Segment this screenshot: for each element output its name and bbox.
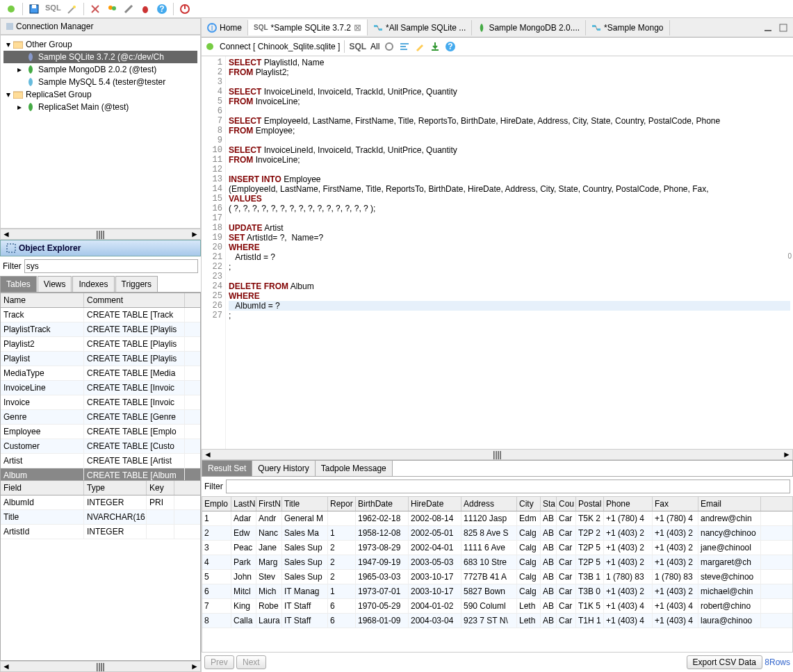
table-row[interactable]: TrackCREATE TABLE [Track [1,308,200,322]
h-scroll[interactable]: ◄||||► [0,229,201,240]
result-tabs: Result SetQuery HistoryTadpole Message [202,460,793,477]
table-row[interactable]: CustomerCREATE TABLE [Custo [1,439,200,454]
result-row[interactable]: 2EdwNancSales Ma11958-12-082002-05-01825… [202,526,792,541]
svg-rect-21 [597,28,600,31]
svg-rect-23 [765,30,771,31]
save-icon[interactable] [28,3,40,15]
h-scroll[interactable]: ◄||||► [0,661,201,672]
connect-icon[interactable] [204,41,215,52]
table-row[interactable]: InvoiceLineCREATE TABLE [Invoic [1,381,200,395]
svg-text:i: i [211,23,213,33]
h-scroll[interactable]: ◄||||► [202,449,793,460]
bug-icon[interactable] [140,3,151,15]
table-row[interactable]: ArtistCREATE TABLE [Artist [1,454,200,468]
tree-group[interactable]: ▾ ReplicaSet Group [3,88,197,101]
separator [173,3,174,15]
svg-text:?: ? [159,4,164,14]
svg-line-19 [377,26,379,30]
connection-tree[interactable]: ▾ Other Group Sample SQLite 3.7.2 (@c:/d… [0,35,201,229]
tree-group[interactable]: ▾ Other Group [3,38,197,51]
result-row[interactable]: 4ParkMargSales Sup21947-09-192003-05-036… [202,555,792,570]
all-label[interactable]: All [370,42,379,51]
oe-tabs: TablesViewsIndexesTriggers [0,276,201,293]
table-row[interactable]: Playlist2CREATE TABLE [Playlis [1,337,200,352]
table-row[interactable]: GenreCREATE TABLE [Genre [1,410,200,425]
table-row[interactable]: AlbumIdINTEGERPRI [1,495,200,510]
tree-item[interactable]: ▸ ReplicaSet Main (@test) [3,101,197,113]
tree-item[interactable]: Sample SQLite 3.7.2 (@c:/dev/Ch [3,51,197,63]
users-icon[interactable] [106,3,117,15]
svg-rect-12 [13,42,23,49]
connect-icon[interactable] [6,3,17,15]
tree-item[interactable]: Sample MySQL 5.4 (tester@tester [3,76,197,88]
result-row[interactable]: 8CallaLauraIT Staff61968-01-092004-03-04… [202,614,792,628]
result-tab[interactable]: Query History [252,461,315,476]
magic-icon[interactable] [67,3,78,15]
result-row[interactable]: 1AdarAndrGeneral M1962-02-182002-08-1411… [202,511,792,526]
minimize-icon[interactable] [762,22,774,33]
tables-grid[interactable]: NameComment TrackCREATE TABLE [TrackPlay… [0,293,201,484]
svg-point-26 [386,43,393,50]
conn-mgr-title: Connection Manager [0,18,201,35]
maximize-icon[interactable] [778,22,789,33]
editor-tab[interactable]: *Sample Mongo [586,20,669,35]
sql-icon[interactable]: SQL [45,3,61,15]
table-row[interactable]: TitleNVARCHAR(16 [1,510,200,525]
result-row[interactable]: 7KingRobeIT Staff61970-05-292004-01-0259… [202,599,792,614]
result-filter-input[interactable] [226,480,790,493]
svg-point-0 [8,6,15,13]
tree-item[interactable]: ▸ Sample MongoDB 2.0.2 (@test) [3,63,197,76]
editor-tab[interactable]: SQL*Sample SQLite 3.7.2 ⊠ [248,19,368,35]
help-icon[interactable]: ? [445,41,456,52]
filter-input[interactable] [24,259,198,273]
editor-tab[interactable]: Sample MongoDB 2.0.... [472,20,586,35]
result-grid[interactable]: EmploLastNFirstNTitleReporBirthDateHireD… [202,496,793,653]
object-explorer-title: Object Explorer [0,240,201,256]
result-row[interactable]: 3PeacJaneSales Sup21973-08-292002-04-011… [202,541,792,555]
tab-triggers[interactable]: Triggers [115,276,158,292]
editor-tab[interactable]: iHome [202,20,248,35]
editor-tab[interactable]: *All Sample SQLite ... [368,20,472,35]
tab-tables[interactable]: Tables [0,276,37,292]
svg-point-6 [142,6,148,13]
table-row[interactable]: EmployeeCREATE TABLE [Emplo [1,425,200,439]
export-csv-button[interactable]: Export CSV Data [687,655,762,669]
help-icon[interactable]: ? [156,3,167,15]
svg-rect-14 [7,244,15,252]
editor-tabs: iHomeSQL*Sample SQLite 3.7.2 ⊠*All Sampl… [202,18,793,38]
result-tab[interactable]: Result Set [202,461,252,476]
tab-indexes[interactable]: Indexes [72,276,114,292]
ruler-mark: 0 [787,252,792,260]
svg-rect-18 [379,28,382,31]
table-row[interactable]: PlaylistTrackCREATE TABLE [Playlis [1,322,200,337]
svg-point-4 [108,6,113,10]
sql-editor[interactable]: 1234567891011121314151617181920212223242… [202,56,793,449]
cut-icon[interactable] [90,3,101,15]
svg-text:?: ? [448,42,453,51]
table-row[interactable]: InvoiceCREATE TABLE [Invoic [1,395,200,410]
svg-rect-24 [780,24,787,31]
svg-point-5 [112,6,116,10]
editor-toolbar: Connect [ Chinook_Sqlite.sqlite ] SQL Al… [202,38,793,56]
edit-icon[interactable] [414,41,425,52]
tab-views[interactable]: Views [38,276,72,292]
close-icon[interactable]: ⊠ [354,22,361,33]
result-row[interactable]: 6MitclMichIT Manag11973-07-012003-10-175… [202,584,792,599]
tools-icon[interactable] [123,3,134,15]
table-row[interactable]: PlaylistCREATE TABLE [Playlis [1,352,200,366]
result-row[interactable]: 5JohnStevSales Sup21965-03-032003-10-177… [202,570,792,584]
next-button[interactable]: Next [236,655,266,669]
main-toolbar: SQL ? [0,0,793,18]
gear-icon[interactable] [384,41,395,52]
prev-button[interactable]: Prev [204,655,234,669]
table-row[interactable]: MediaTypeCREATE TABLE [Media [1,366,200,381]
power-icon[interactable] [179,3,190,15]
sql-label[interactable]: SQL [349,42,366,51]
connect-label: Connect [ Chinook_Sqlite.sqlite ] [220,42,340,51]
table-row[interactable]: ArtistIdINTEGER [1,525,200,539]
result-tab[interactable]: Tadpole Message [316,461,393,476]
download-icon[interactable] [430,41,441,52]
separator [22,3,23,15]
columns-grid[interactable]: FieldTypeKey AlbumIdINTEGERPRITitleNVARC… [0,480,201,661]
format-icon[interactable] [399,41,410,52]
